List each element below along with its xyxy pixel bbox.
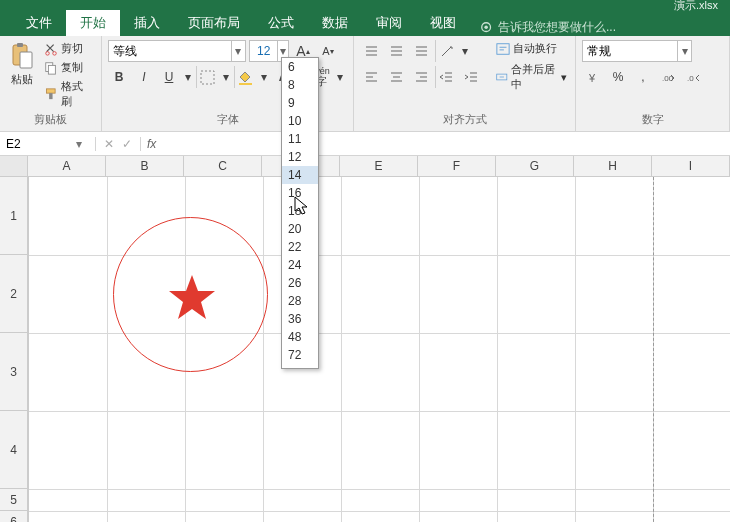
merge-center-button[interactable]: 合并后居中 ▾ bbox=[494, 61, 569, 93]
row-header-5[interactable]: 5 bbox=[0, 489, 28, 511]
svg-text:¥: ¥ bbox=[588, 72, 596, 84]
tab-页面布局[interactable]: 页面布局 bbox=[174, 10, 254, 36]
row-header-4[interactable]: 4 bbox=[0, 411, 28, 489]
fx-icon[interactable]: fx bbox=[141, 137, 162, 151]
font-size-option-72[interactable]: 72 bbox=[282, 346, 318, 364]
svg-point-1 bbox=[484, 25, 488, 29]
orientation-button[interactable] bbox=[435, 40, 457, 62]
fill-color-button[interactable] bbox=[234, 66, 256, 88]
name-box[interactable]: ▾ bbox=[0, 137, 96, 151]
font-name-arrow[interactable]: ▾ bbox=[231, 41, 245, 61]
align-right-button[interactable] bbox=[410, 66, 432, 88]
italic-button[interactable]: I bbox=[133, 66, 155, 88]
svg-point-5 bbox=[46, 51, 50, 55]
font-size-option-36[interactable]: 36 bbox=[282, 310, 318, 328]
col-header-C[interactable]: C bbox=[184, 156, 262, 176]
font-size-option-more[interactable] bbox=[282, 364, 318, 368]
font-size-option-28[interactable]: 28 bbox=[282, 292, 318, 310]
decrease-font-button[interactable]: A▾ bbox=[317, 40, 339, 62]
font-name-combo[interactable]: ▾ bbox=[108, 40, 246, 62]
font-size-input[interactable] bbox=[250, 44, 277, 58]
indent-inc-button[interactable] bbox=[460, 66, 482, 88]
align-bottom-button[interactable] bbox=[410, 40, 432, 62]
row-header-3[interactable]: 3 bbox=[0, 333, 28, 411]
enter-icon[interactable]: ✓ bbox=[122, 137, 132, 151]
tell-me[interactable]: 告诉我您想要做什么... bbox=[480, 19, 616, 36]
dec-decimal-button[interactable]: .0 bbox=[682, 66, 704, 88]
tab-文件[interactable]: 文件 bbox=[12, 10, 66, 36]
wrap-text-button[interactable]: 自动换行 bbox=[494, 40, 569, 57]
name-box-input[interactable] bbox=[0, 137, 70, 151]
group-alignment: ▾ 自动换行 合并后居中 ▾ bbox=[354, 36, 576, 131]
align-middle-button[interactable] bbox=[385, 40, 407, 62]
align-top-button[interactable] bbox=[360, 40, 382, 62]
copy-button[interactable]: 复制 bbox=[42, 59, 95, 76]
tab-视图[interactable]: 视图 bbox=[416, 10, 470, 36]
col-header-E[interactable]: E bbox=[340, 156, 418, 176]
number-format-input[interactable] bbox=[583, 44, 677, 58]
row-headers: 123456 bbox=[0, 177, 29, 522]
underline-arrow[interactable]: ▾ bbox=[183, 66, 193, 88]
col-header-I[interactable]: I bbox=[652, 156, 730, 176]
comma-button[interactable]: , bbox=[632, 66, 654, 88]
font-size-option-20[interactable]: 20 bbox=[282, 220, 318, 238]
indent-dec-button[interactable] bbox=[435, 66, 457, 88]
formula-input[interactable] bbox=[162, 136, 730, 151]
font-size-option-8[interactable]: 8 bbox=[282, 76, 318, 94]
tab-审阅[interactable]: 审阅 bbox=[362, 10, 416, 36]
paste-button[interactable]: 粘贴 bbox=[6, 40, 38, 89]
underline-button[interactable]: U bbox=[158, 66, 180, 88]
col-header-G[interactable]: G bbox=[496, 156, 574, 176]
tab-开始[interactable]: 开始 bbox=[66, 10, 120, 36]
format-painter-button[interactable]: 格式刷 bbox=[42, 78, 95, 110]
font-size-option-24[interactable]: 24 bbox=[282, 256, 318, 274]
font-size-option-14[interactable]: 14 bbox=[282, 166, 318, 184]
font-size-option-6[interactable]: 6 bbox=[282, 58, 318, 76]
star-shape[interactable] bbox=[167, 273, 217, 323]
tab-数据[interactable]: 数据 bbox=[308, 10, 362, 36]
col-header-A[interactable]: A bbox=[28, 156, 106, 176]
ribbon: 粘贴 剪切 复制 格式刷 剪贴板 bbox=[0, 36, 730, 132]
font-size-option-12[interactable]: 12 bbox=[282, 148, 318, 166]
tab-插入[interactable]: 插入 bbox=[120, 10, 174, 36]
font-name-input[interactable] bbox=[109, 44, 231, 58]
align-center-button[interactable] bbox=[385, 66, 407, 88]
align-left-button[interactable] bbox=[360, 66, 382, 88]
svg-rect-11 bbox=[201, 71, 214, 84]
row-header-6[interactable]: 6 bbox=[0, 511, 28, 522]
formula-bar: ▾ ✕ ✓ fx bbox=[0, 132, 730, 156]
font-size-option-9[interactable]: 9 bbox=[282, 94, 318, 112]
col-header-B[interactable]: B bbox=[106, 156, 184, 176]
inc-decimal-button[interactable]: .00 bbox=[657, 66, 679, 88]
percent-button[interactable]: % bbox=[607, 66, 629, 88]
col-header-H[interactable]: H bbox=[574, 156, 652, 176]
row-header-1[interactable]: 1 bbox=[0, 177, 28, 255]
border-button[interactable] bbox=[196, 66, 218, 88]
font-size-option-22[interactable]: 22 bbox=[282, 238, 318, 256]
bold-button[interactable]: B bbox=[108, 66, 130, 88]
font-size-option-10[interactable]: 10 bbox=[282, 112, 318, 130]
currency-button[interactable]: ¥ bbox=[582, 66, 604, 88]
cancel-icon[interactable]: ✕ bbox=[104, 137, 114, 151]
number-format-combo[interactable]: ▾ bbox=[582, 40, 692, 62]
orientation-arrow[interactable]: ▾ bbox=[460, 40, 470, 62]
tab-公式[interactable]: 公式 bbox=[254, 10, 308, 36]
name-box-arrow[interactable]: ▾ bbox=[70, 137, 88, 151]
cut-button[interactable]: 剪切 bbox=[42, 40, 95, 57]
paste-label: 粘贴 bbox=[11, 72, 33, 87]
cell-grid: ABCDEFGHI 123456 bbox=[0, 156, 730, 522]
number-format-arrow[interactable]: ▾ bbox=[677, 41, 691, 61]
cells-area[interactable] bbox=[29, 177, 730, 522]
font-size-option-11[interactable]: 11 bbox=[282, 130, 318, 148]
col-header-F[interactable]: F bbox=[418, 156, 496, 176]
svg-rect-13 bbox=[497, 43, 509, 54]
font-size-option-26[interactable]: 26 bbox=[282, 274, 318, 292]
font-size-option-48[interactable]: 48 bbox=[282, 328, 318, 346]
ribbon-tabs: 文件开始插入页面布局公式数据审阅视图告诉我您想要做什么... bbox=[0, 10, 730, 36]
svg-rect-3 bbox=[17, 43, 23, 47]
border-arrow[interactable]: ▾ bbox=[221, 66, 231, 88]
ruby-arrow[interactable]: ▾ bbox=[335, 66, 345, 88]
select-all-corner[interactable] bbox=[0, 156, 28, 176]
row-header-2[interactable]: 2 bbox=[0, 255, 28, 333]
fill-color-arrow[interactable]: ▾ bbox=[259, 66, 269, 88]
